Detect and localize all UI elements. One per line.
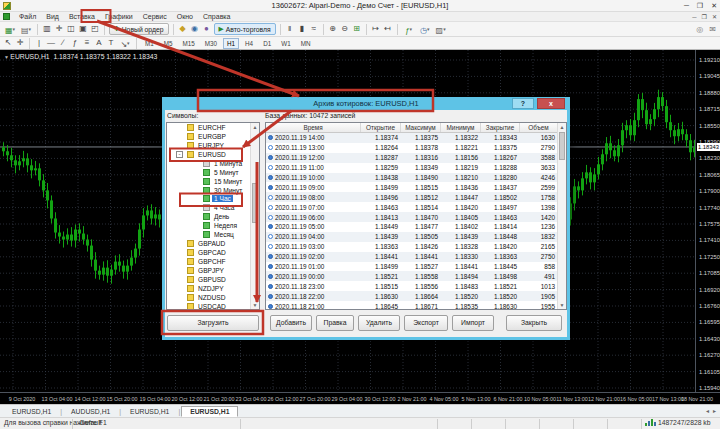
mdi-restore-button[interactable]: ❐	[702, 12, 707, 22]
bars-chart-icon[interactable]: ‖	[284, 23, 296, 35]
terminal-icon[interactable]: ▣	[77, 23, 89, 35]
chart-tab-1[interactable]: AUDUSD,H1	[63, 407, 118, 416]
tree-item-EURGBP[interactable]: EURGBP	[167, 132, 259, 141]
tab-scroll-left-icon[interactable]: ◂	[706, 407, 709, 414]
minimize-button[interactable]: ─	[684, 0, 689, 12]
table-row[interactable]: 2020.11.19 01:001.184991.185271.184411.1…	[266, 262, 566, 272]
fibonacci-icon[interactable]: ƒ	[69, 37, 81, 49]
channel-icon[interactable]: ≡	[81, 37, 93, 49]
scroll-up-icon[interactable]: ▲	[558, 123, 566, 131]
table-row[interactable]: 2020.11.19 00:001.185211.185581.184941.1…	[266, 271, 566, 281]
timeframe-H1[interactable]: H1	[223, 38, 239, 49]
timeframe-H4[interactable]: H4	[241, 38, 257, 49]
text-label-icon[interactable]: T	[105, 37, 117, 49]
close-button[interactable]: Закрыть	[506, 315, 562, 331]
line-chart-icon[interactable]: ≈	[308, 23, 320, 35]
table-row[interactable]: 2020.11.19 07:001.184631.185141.184201.1…	[266, 202, 566, 212]
column-header-1[interactable]: Открытие	[361, 123, 401, 132]
candlestick-chart-icon[interactable]: ▮	[296, 23, 308, 35]
export-button[interactable]: Экспорт	[404, 315, 448, 331]
column-header-3[interactable]: Минимум	[441, 123, 481, 132]
tree-item-1-Минута[interactable]: 1 Минута	[167, 159, 259, 168]
column-header-0[interactable]: Время	[266, 123, 361, 132]
delete-button[interactable]: Удалить	[358, 315, 400, 331]
tab-scroll-right-icon[interactable]: ▸	[713, 407, 716, 414]
table-row[interactable]: 2020.11.18 23:001.185151.185561.184831.1…	[266, 281, 566, 291]
text-icon[interactable]: A	[93, 37, 105, 49]
table-row[interactable]: 2020.11.19 08:001.184961.185121.184471.1…	[266, 192, 566, 202]
tree-item-Месяц[interactable]: Месяц	[167, 230, 259, 239]
vertical-line-icon[interactable]: |	[33, 37, 45, 49]
indicators-icon[interactable]: ƒ	[401, 23, 417, 35]
data-window-icon[interactable]: ✛	[53, 23, 65, 35]
timeframe-MN[interactable]: MN	[297, 38, 315, 49]
trendline-icon[interactable]: ∕	[57, 37, 69, 49]
table-row[interactable]: 2020.11.18 22:001.186301.186641.185201.1…	[266, 291, 566, 301]
tree-item-EURUSD[interactable]: -EURUSD	[167, 150, 259, 159]
zoom-in-icon[interactable]: ⊕	[327, 23, 339, 35]
periods-icon[interactable]: ◷	[417, 23, 433, 35]
close-button[interactable]: ✕	[711, 0, 717, 12]
table-row[interactable]: 2020.11.18 21:001.186451.186711.185351.1…	[266, 301, 566, 310]
tree-item-USDCAD[interactable]: USDCAD	[167, 302, 259, 310]
tree-item-День[interactable]: День	[167, 212, 259, 221]
chart-tab-3[interactable]: EURUSD,H1	[181, 406, 238, 417]
dialog-help-button[interactable]: ?	[512, 98, 534, 109]
tree-item-EURCHF[interactable]: EURCHF	[167, 123, 259, 132]
tree-item-4-Часа[interactable]: 4 Часа	[167, 203, 259, 212]
menu-item-file[interactable]: Файл	[14, 12, 41, 22]
tile-windows-icon[interactable]: ⊞	[351, 23, 363, 35]
feedback-icon[interactable]: ✉	[709, 22, 716, 37]
menu-item-insert[interactable]: Вставка	[64, 12, 100, 22]
shapes-icon[interactable]: ↘	[117, 37, 133, 49]
tree-item-30-Минут[interactable]: 30 Минут	[167, 186, 259, 195]
zoom-out-icon[interactable]: ⊖	[339, 23, 351, 35]
table-row[interactable]: 2020.11.19 05:001.184491.184771.184021.1…	[266, 222, 566, 232]
auto-scroll-icon[interactable]: ↦	[370, 23, 382, 35]
table-row[interactable]: 2020.11.19 02:001.184411.184411.183301.1…	[266, 252, 566, 262]
timeframe-M1[interactable]: M1	[141, 38, 158, 49]
timeframe-M5[interactable]: M5	[160, 38, 177, 49]
tree-item-GBPCAD[interactable]: GBPCAD	[167, 248, 259, 257]
crosshair-icon[interactable]: ✛	[14, 37, 26, 49]
cursor-icon[interactable]: ↖	[2, 37, 14, 49]
table-row[interactable]: 2020.11.19 06:001.184131.184701.184051.1…	[266, 212, 566, 222]
table-row[interactable]: 2020.11.19 10:001.184381.184901.182101.1…	[266, 173, 566, 183]
tree-item-Неделя[interactable]: Неделя	[167, 221, 259, 230]
mdi-minimize-button[interactable]: ─	[692, 12, 696, 22]
price-scale[interactable]: 1.192101.190451.188801.187151.185501.183…	[695, 50, 720, 392]
menu-item-help[interactable]: Справка	[198, 12, 235, 22]
scroll-down-icon[interactable]: ▼	[558, 301, 566, 309]
tree-item-1-Час[interactable]: 1 Час	[167, 195, 259, 204]
chart-tab-2[interactable]: EURUSD,H1	[122, 407, 177, 416]
table-row[interactable]: 2020.11.19 14:001.183741.183751.183221.1…	[266, 133, 566, 143]
new-order-button[interactable]: ✚Новый ордер	[109, 23, 169, 35]
strategy-tester-icon[interactable]: ◰	[89, 23, 101, 35]
column-header-4[interactable]: Закрытие	[481, 123, 520, 132]
column-header-2[interactable]: Максимум	[401, 123, 441, 132]
chart-tab-0[interactable]: EURUSD,H1	[4, 407, 59, 416]
edit-button[interactable]: Правка	[316, 315, 354, 331]
table-row[interactable]: 2020.11.19 03:001.183631.184261.183281.1…	[266, 242, 566, 252]
table-scrollbar-thumb[interactable]	[559, 132, 565, 160]
autotrade-button[interactable]: ▶Авто-торговля	[214, 23, 276, 35]
mdi-close-button[interactable]: ✕	[712, 12, 717, 22]
menu-item-service[interactable]: Сервис	[138, 12, 172, 22]
timeframe-M15[interactable]: M15	[179, 38, 199, 49]
mql5-community-icon[interactable]: ◉	[189, 23, 201, 35]
load-button[interactable]: Загрузить	[167, 315, 259, 331]
tree-item-NZDJPY[interactable]: NZDJPY	[167, 284, 259, 293]
add-button[interactable]: Добавить	[270, 315, 312, 331]
search-icon[interactable]: ◎	[696, 22, 703, 37]
timeframe-W1[interactable]: W1	[277, 38, 294, 49]
table-scrollbar[interactable]: ▲ ▼	[557, 123, 566, 309]
new-chart-icon[interactable]: ▦	[2, 23, 18, 35]
table-row[interactable]: 2020.11.19 12:001.182871.183161.181561.1…	[266, 153, 566, 163]
menu-item-window[interactable]: Окно	[172, 12, 198, 22]
timeframe-M30[interactable]: M30	[201, 38, 221, 49]
table-row[interactable]: 2020.11.19 11:001.182591.183491.182191.1…	[266, 163, 566, 173]
tree-item-15-Минут[interactable]: 15 Минут	[167, 177, 259, 186]
metaeditor-icon[interactable]: ◆	[177, 23, 189, 35]
table-row[interactable]: 2020.11.19 04:001.184391.185051.184391.1…	[266, 232, 566, 242]
tree-item-NZDUSD[interactable]: NZDUSD	[167, 293, 259, 302]
